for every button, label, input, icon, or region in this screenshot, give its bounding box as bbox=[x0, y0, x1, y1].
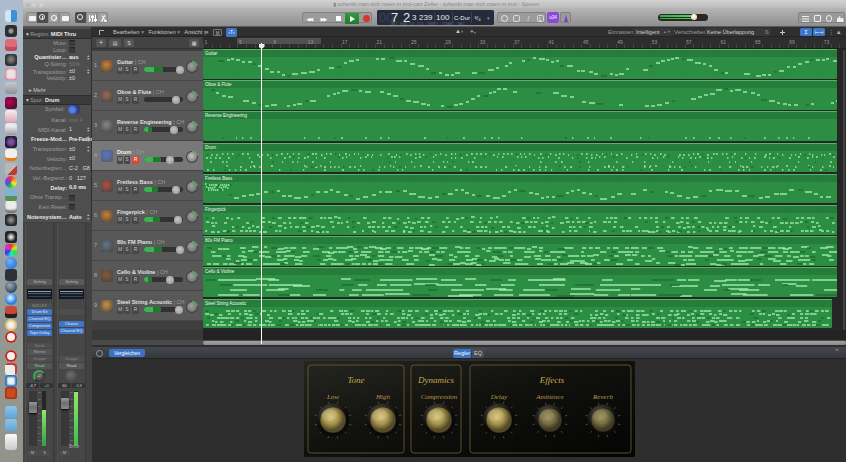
svg-text:Delay: Delay bbox=[490, 393, 509, 401]
svg-text:Reverb: Reverb bbox=[592, 393, 613, 401]
svg-text:Compression: Compression bbox=[421, 393, 458, 401]
svg-text:High: High bbox=[375, 393, 391, 401]
svg-text:Effects: Effects bbox=[539, 375, 565, 385]
svg-text:Tone: Tone bbox=[347, 375, 364, 385]
svg-text:Ambience: Ambience bbox=[535, 393, 564, 401]
svg-text:Dynamics: Dynamics bbox=[417, 375, 454, 385]
svg-text:Low: Low bbox=[326, 393, 339, 401]
